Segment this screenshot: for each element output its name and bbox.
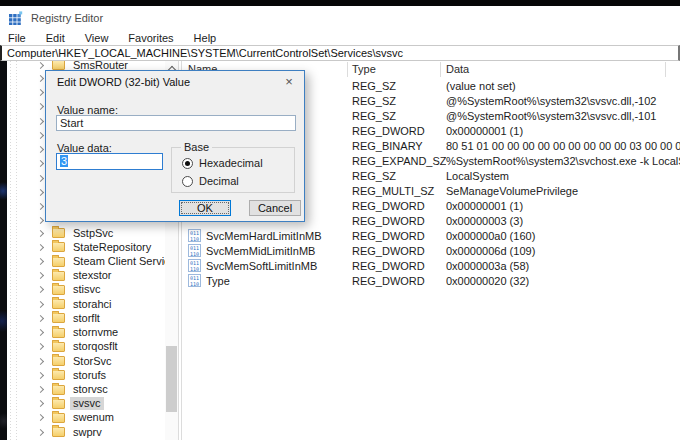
- tree-item-label[interactable]: svsvc: [70, 397, 104, 410]
- cancel-button[interactable]: Cancel: [249, 200, 301, 216]
- tree-item-label[interactable]: stexstor: [70, 269, 115, 282]
- chevron-right-icon[interactable]: [37, 75, 44, 82]
- value-name-field[interactable]: Start: [56, 115, 296, 131]
- chevron-right-icon[interactable]: [37, 429, 44, 436]
- tree-item-swenum[interactable]: swenum: [7, 411, 165, 425]
- chevron-right-icon[interactable]: [37, 62, 44, 69]
- tree-item-swprv[interactable]: swprv: [7, 425, 165, 439]
- radio-decimal[interactable]: Decimal: [182, 175, 239, 187]
- radio-button-icon[interactable]: [182, 158, 193, 169]
- value-name-cell[interactable]: 011110SvcMemSoftLimitInMB: [182, 259, 352, 272]
- chevron-right-icon[interactable]: [37, 189, 44, 196]
- value-name-cell[interactable]: 011110Type: [182, 274, 352, 287]
- value-data-cell: LocalSystem: [446, 170, 680, 182]
- chevron-right-icon[interactable]: [37, 244, 44, 251]
- column-separator[interactable]: [665, 62, 666, 77]
- menu-file[interactable]: File: [0, 32, 36, 44]
- window-title: Registry Editor: [31, 12, 103, 24]
- chevron-right-icon[interactable]: [37, 230, 44, 237]
- tree-item-storufs[interactable]: storufs: [7, 368, 165, 382]
- chevron-right-icon[interactable]: [37, 174, 44, 181]
- value-data-cell: 0x000000a0 (160): [446, 230, 680, 242]
- chevron-right-icon[interactable]: [37, 358, 44, 365]
- tree-item-label[interactable]: swenum: [70, 411, 117, 424]
- tree-item-svsvc[interactable]: svsvc: [7, 397, 165, 411]
- tree-item-label[interactable]: storvsc: [70, 383, 111, 396]
- tree-item-steam-client-service[interactable]: Steam Client Service: [7, 254, 165, 268]
- tree-item-label[interactable]: stornvme: [70, 326, 121, 339]
- registry-value-row[interactable]: 011110SvcMemHardLimitInMBREG_DWORD0x0000…: [182, 228, 680, 243]
- tree-item-storsvc[interactable]: StorSvc: [7, 354, 165, 368]
- radio-label: Hexadecimal: [199, 157, 263, 169]
- chevron-right-icon[interactable]: [37, 103, 44, 110]
- folder-icon: [52, 427, 65, 437]
- column-header-data[interactable]: Data: [446, 63, 680, 75]
- radio-hexadecimal[interactable]: Hexadecimal: [182, 157, 263, 169]
- tree-item-label[interactable]: storufs: [70, 369, 109, 382]
- tree-item-label[interactable]: swprv: [70, 426, 105, 439]
- tree-item-label[interactable]: SstpSvc: [70, 227, 116, 240]
- dword-icon: 011110: [188, 244, 201, 257]
- tree-item-storvsc[interactable]: storvsc: [7, 382, 165, 396]
- tree-item-sstpsvc[interactable]: SstpSvc: [7, 226, 165, 240]
- value-name-cell[interactable]: 011110SvcMemHardLimitInMB: [182, 229, 352, 242]
- tree-item-storflt[interactable]: storflt: [7, 311, 165, 325]
- value-type-cell: REG_SZ: [352, 95, 446, 107]
- value-type-cell: REG_SZ: [352, 80, 446, 92]
- chevron-right-icon[interactable]: [37, 315, 44, 322]
- tree-item-label[interactable]: Steam Client Service: [70, 255, 178, 268]
- registry-value-row[interactable]: 011110TypeREG_DWORD0x00000020 (32): [182, 273, 680, 288]
- close-icon[interactable]: ×: [280, 73, 298, 91]
- chevron-right-icon[interactable]: [37, 372, 44, 379]
- registry-value-row[interactable]: 011110SvcMemSoftLimitInMBREG_DWORD0x0000…: [182, 258, 680, 273]
- tree-item-label[interactable]: storahci: [70, 298, 115, 311]
- chevron-right-icon[interactable]: [37, 286, 44, 293]
- tree-item-storahci[interactable]: storahci: [7, 297, 165, 311]
- tree-item-label[interactable]: StorSvc: [70, 355, 115, 368]
- chevron-right-icon[interactable]: [37, 217, 44, 224]
- column-separator[interactable]: [347, 62, 348, 77]
- registry-value-row[interactable]: 011110SvcMemMidLimitInMBREG_DWORD0x00000…: [182, 243, 680, 258]
- tree-item-label[interactable]: StateRepository: [70, 241, 154, 254]
- dialog-title: Edit DWORD (32-bit) Value: [57, 76, 190, 88]
- chevron-right-icon[interactable]: [37, 258, 44, 265]
- tree-item-label[interactable]: storqosflt: [70, 340, 121, 353]
- ok-button[interactable]: OK: [179, 200, 231, 216]
- chevron-right-icon[interactable]: [37, 301, 44, 308]
- value-name-text: SvcMemMidLimitInMB: [206, 245, 315, 257]
- tree-item-label[interactable]: stisvc: [70, 283, 104, 296]
- chevron-right-icon[interactable]: [37, 343, 44, 350]
- tree-item-label[interactable]: storflt: [70, 312, 103, 325]
- folder-icon: [52, 328, 65, 338]
- column-header-type[interactable]: Type: [352, 63, 446, 75]
- menu-help[interactable]: Help: [184, 32, 227, 44]
- tree-item-stisvc[interactable]: stisvc: [7, 283, 165, 297]
- value-name-cell[interactable]: 011110SvcMemMidLimitInMB: [182, 244, 352, 257]
- column-separator[interactable]: [440, 62, 441, 77]
- chevron-right-icon[interactable]: [37, 272, 44, 279]
- tree-item-staterepository[interactable]: StateRepository: [7, 240, 165, 254]
- menu-favorites[interactable]: Favorites: [118, 32, 183, 44]
- radio-button-icon[interactable]: [182, 176, 193, 187]
- dword-icon: 011110: [188, 259, 201, 272]
- registry-editor-window: Registry Editor FileEditViewFavoritesHel…: [0, 0, 680, 440]
- chevron-right-icon[interactable]: [37, 89, 44, 96]
- tree-item-storqosflt[interactable]: storqosflt: [7, 340, 165, 354]
- chevron-right-icon[interactable]: [37, 203, 44, 210]
- chevron-right-icon[interactable]: [37, 400, 44, 407]
- tree-item-stornvme[interactable]: stornvme: [7, 326, 165, 340]
- chevron-right-icon[interactable]: [37, 132, 44, 139]
- value-data-field[interactable]: 3: [56, 153, 163, 170]
- tree-item-stexstor[interactable]: stexstor: [7, 269, 165, 283]
- chevron-right-icon[interactable]: [37, 414, 44, 421]
- tree-scrollbar-thumb[interactable]: [166, 346, 177, 412]
- menu-view[interactable]: View: [75, 32, 119, 44]
- chevron-right-icon[interactable]: [37, 386, 44, 393]
- chevron-right-icon[interactable]: [37, 160, 44, 167]
- chevron-right-icon[interactable]: [37, 329, 44, 336]
- base-groupbox-label: Base: [181, 141, 212, 153]
- registry-address-bar[interactable]: [0, 45, 680, 61]
- chevron-right-icon[interactable]: [37, 146, 44, 153]
- menu-edit[interactable]: Edit: [36, 32, 75, 44]
- chevron-right-icon[interactable]: [37, 118, 44, 125]
